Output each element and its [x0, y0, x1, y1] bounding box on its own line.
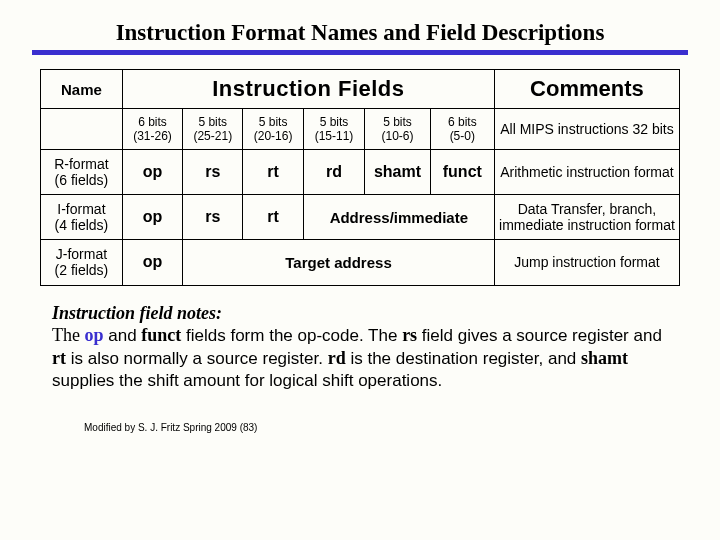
jformat-comment: Jump instruction format: [494, 240, 679, 285]
notes-t1a: The: [52, 325, 84, 345]
instruction-table: Name Instruction Fields Comments 6 bits(…: [40, 69, 680, 286]
bits-col-4: 5 bits(10-6): [365, 109, 430, 150]
notes-t1f: is the destination register, and: [346, 349, 581, 368]
hdr-fields: Instruction Fields: [122, 70, 494, 109]
footer-text: Modified by S. J. Fritz Spring 2009 (83): [84, 422, 696, 433]
iformat-addr: Address/immediate: [303, 195, 494, 240]
rformat-comment: Arithmetic instruction format: [494, 150, 679, 195]
notes-rt: rt: [52, 348, 66, 368]
bits-col-1: 5 bits(25-21): [183, 109, 243, 150]
notes-t1c: fields form the op-code. The: [181, 326, 402, 345]
notes-rs: rs: [402, 325, 417, 345]
jformat-target: Target address: [183, 240, 495, 285]
rformat-rt: rt: [243, 150, 303, 195]
bits-namecell: [41, 109, 123, 150]
notes-rd: rd: [328, 348, 346, 368]
jformat-name: J-format (2 fields): [41, 240, 123, 285]
notes-op: op: [84, 325, 103, 345]
rformat-shamt: shamt: [365, 150, 430, 195]
jformat-row: J-format (2 fields) op Target address Ju…: [41, 240, 680, 285]
hdr-comments: Comments: [494, 70, 679, 109]
iformat-row: I-format (4 fields) op rs rt Address/imm…: [41, 195, 680, 240]
rformat-rs: rs: [183, 150, 243, 195]
iformat-name: I-format (4 fields): [41, 195, 123, 240]
notes-t1d: field gives a source register and: [417, 326, 662, 345]
rformat-row: R-format (6 fields) op rs rt rd shamt fu…: [41, 150, 680, 195]
notes-funct: funct: [141, 325, 181, 345]
bits-row: 6 bits(31-26) 5 bits(25-21) 5 bits(20-16…: [41, 109, 680, 150]
rformat-op: op: [122, 150, 182, 195]
bits-col-3: 5 bits(15-11): [303, 109, 365, 150]
iformat-rs: rs: [183, 195, 243, 240]
bits-comment: All MIPS instructions 32 bits: [494, 109, 679, 150]
notes-t1b: and: [104, 326, 142, 345]
notes-block: Instruction field notes: The op and func…: [52, 302, 668, 392]
header-row: Name Instruction Fields Comments: [41, 70, 680, 109]
bits-col-0: 6 bits(31-26): [122, 109, 182, 150]
notes-t1e: is also normally a source register.: [66, 349, 328, 368]
iformat-rt: rt: [243, 195, 303, 240]
iformat-op: op: [122, 195, 182, 240]
bits-col-2: 5 bits(20-16): [243, 109, 303, 150]
notes-t1g: supplies the shift amount for logical sh…: [52, 371, 442, 390]
hdr-name: Name: [41, 70, 123, 109]
iformat-comment: Data Transfer, branch, immediate instruc…: [494, 195, 679, 240]
title-rule: [32, 50, 688, 55]
page-title: Instruction Format Names and Field Descr…: [24, 20, 696, 46]
rformat-rd: rd: [303, 150, 365, 195]
jformat-op: op: [122, 240, 182, 285]
rformat-funct: funct: [430, 150, 494, 195]
notes-heading: Instruction field notes:: [52, 303, 222, 323]
notes-shamt: shamt: [581, 348, 628, 368]
bits-col-5: 6 bits(5-0): [430, 109, 494, 150]
rformat-name: R-format (6 fields): [41, 150, 123, 195]
